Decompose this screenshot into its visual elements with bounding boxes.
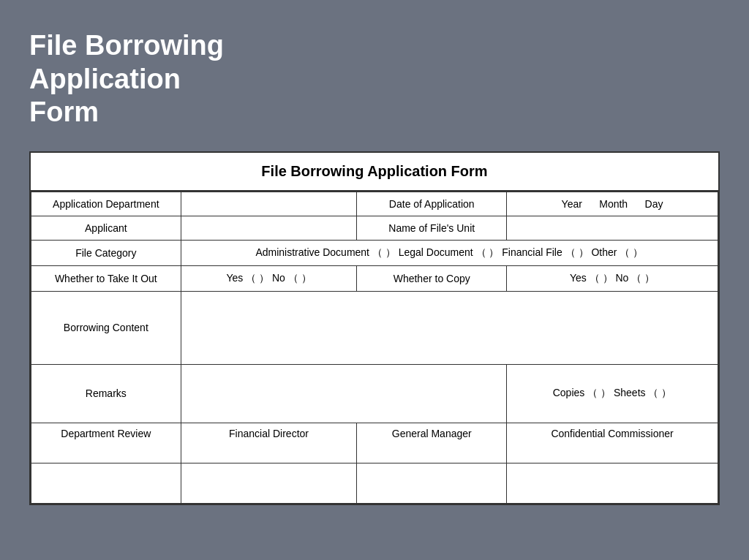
row-file-category: File Category Administrative Document （ … xyxy=(31,240,718,265)
financial-director-label: Financial Director xyxy=(181,423,357,463)
name-of-files-unit-label: Name of File's Unit xyxy=(357,216,507,240)
row-borrowing-content: Borrowing Content xyxy=(31,291,718,364)
month-label: Month xyxy=(599,198,628,210)
general-manager-label: General Manager xyxy=(357,423,507,463)
day-label: Day xyxy=(645,198,663,210)
date-of-application-value[interactable]: Year Month Day xyxy=(507,192,718,216)
applicant-label: Applicant xyxy=(31,216,181,240)
applicant-value[interactable] xyxy=(181,216,357,240)
row-sign-headers: Department Review Financial Director Gen… xyxy=(31,423,718,463)
copy-options: Yes （ ） No （ ） xyxy=(507,265,718,291)
department-review-value[interactable] xyxy=(31,463,181,503)
department-review-label: Department Review xyxy=(31,423,181,463)
file-category-label: File Category xyxy=(31,240,181,265)
whether-take-out-label: Whether to Take It Out xyxy=(31,265,181,291)
file-category-options: Administrative Document （ ） Legal Docume… xyxy=(181,240,718,265)
application-department-label: Application Department xyxy=(31,192,181,216)
copies-sheets: Copies （ ） Sheets （ ） xyxy=(507,364,718,423)
confidential-commissioner-label: Confidential Commissioner xyxy=(507,423,718,463)
borrowing-content-value[interactable] xyxy=(181,291,718,364)
date-of-application-label: Date of Application xyxy=(357,192,507,216)
take-out-options: Yes （ ） No （ ） xyxy=(181,265,357,291)
application-department-value[interactable] xyxy=(181,192,357,216)
row-remarks: Remarks Copies （ ） Sheets （ ） xyxy=(31,364,718,423)
form-container: File Borrowing Application Form Applicat… xyxy=(29,151,720,505)
row-applicant: Applicant Name of File's Unit xyxy=(31,216,718,240)
form-title: File Borrowing Application Form xyxy=(31,153,718,192)
page-title: File Borrowing Application Form xyxy=(29,29,720,129)
confidential-commissioner-value[interactable] xyxy=(507,463,718,503)
name-of-files-unit-value[interactable] xyxy=(507,216,718,240)
remarks-value[interactable] xyxy=(181,364,506,423)
whether-copy-label: Whether to Copy xyxy=(357,265,507,291)
year-label: Year xyxy=(562,198,582,210)
remarks-label: Remarks xyxy=(31,364,181,423)
row-application-dept: Application Department Date of Applicati… xyxy=(31,192,718,216)
financial-director-value[interactable] xyxy=(181,463,357,503)
borrowing-content-label: Borrowing Content xyxy=(31,291,181,364)
row-take-out: Whether to Take It Out Yes （ ） No （ ） Wh… xyxy=(31,265,718,291)
row-sign-values xyxy=(31,463,718,503)
general-manager-value[interactable] xyxy=(357,463,507,503)
